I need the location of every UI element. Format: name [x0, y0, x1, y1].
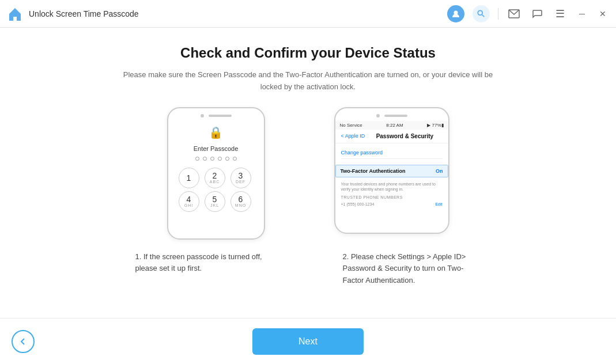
desc-item-2: 2. Please check Settings > Apple ID> Pas… — [343, 251, 481, 287]
page-title: Check and Confirm your Device Status — [180, 45, 436, 61]
battery-text: ▶ 77%▮ — [427, 123, 443, 128]
title-bar-left: Unlock Screen Time Passcode — [7, 6, 447, 22]
phone1-speaker — [201, 114, 232, 117]
illustrations: 🔒 Enter Passcode 1 2ABC 3DEF 4 — [46, 107, 570, 240]
phone2-mockup: No Service 8:22 AM ▶ 77%▮ < Apple ID Pas… — [334, 107, 449, 234]
user-icon[interactable] — [447, 5, 464, 22]
phone1-mockup: 🔒 Enter Passcode 1 2ABC 3DEF 4 — [167, 107, 265, 240]
phone2-speaker — [376, 114, 407, 117]
num-btn-4: 4GHI — [179, 191, 199, 212]
back-label: < Apple ID — [341, 133, 365, 139]
phone1-dot — [201, 114, 204, 117]
page-subtitle: Please make sure the Screen Passcode and… — [112, 69, 504, 93]
change-password-item: Change password — [341, 147, 443, 159]
settings-section: Change password — [335, 143, 448, 162]
search-icon[interactable] — [473, 5, 490, 22]
menu-icon[interactable]: ☰ — [553, 6, 568, 21]
mail-icon[interactable] — [507, 6, 521, 21]
lock-icon: 🔒 — [209, 126, 223, 139]
home-icon — [7, 6, 23, 22]
two-factor-status: On — [436, 168, 443, 174]
trusted-phone-label: TRUSTED PHONE NUMBERS — [335, 194, 448, 200]
phone1-content: 🔒 Enter Passcode 1 2ABC 3DEF 4 — [168, 108, 264, 218]
close-button[interactable]: ✕ — [596, 7, 609, 20]
desc-area: 1. If the screen passcode is turned off,… — [46, 251, 570, 287]
num-btn-1: 1 — [179, 168, 199, 188]
settings-header: < Apple ID Password & Security — [335, 130, 448, 143]
numpad: 1 2ABC 3DEF 4GHI 5JKL 6MNO — [179, 168, 254, 212]
phone-number-placeholder: +1 (555) 000-1234 — [341, 202, 375, 206]
title-bar-right: ☰ ─ ✕ — [447, 5, 609, 22]
passcode-dots — [195, 157, 237, 161]
num-btn-5: 5JKL — [205, 191, 225, 212]
passcode-dot — [233, 157, 237, 161]
phone1-bar — [209, 115, 232, 117]
passcode-dot — [203, 157, 207, 161]
num-btn-6: 6MNO — [230, 191, 251, 212]
phone2-dot — [376, 114, 380, 117]
carrier-text: No Service — [340, 123, 362, 128]
phone1-container: 🔒 Enter Passcode 1 2ABC 3DEF 4 — [167, 107, 265, 240]
num-btn-2: 2ABC — [205, 168, 225, 188]
two-factor-row: Two-Factor Authentication On — [335, 165, 448, 177]
app-title: Unlock Screen Time Passcode — [29, 9, 139, 18]
phone2-status-bar: No Service 8:22 AM ▶ 77%▮ — [335, 121, 448, 130]
passcode-dot — [218, 157, 222, 161]
separator — [498, 8, 498, 20]
title-bar: Unlock Screen Time Passcode ☰ ─ ✕ — [0, 0, 616, 28]
svg-point-1 — [478, 10, 482, 15]
main-content: Check and Confirm your Device Status Ple… — [0, 28, 616, 318]
passcode-dot — [225, 157, 229, 161]
phone2-container: No Service 8:22 AM ▶ 77%▮ < Apple ID Pas… — [334, 107, 449, 240]
two-factor-label: Two-Factor Authentication — [341, 168, 406, 174]
bottom-bar: Next — [0, 318, 616, 364]
time-text: 8:22 AM — [386, 123, 403, 128]
phone2-bar — [384, 115, 407, 117]
svg-line-2 — [482, 14, 485, 17]
two-factor-description: Your trusted devices and phone numbers a… — [335, 180, 448, 195]
desc-item-1: 1. If the screen passcode is turned off,… — [135, 251, 274, 287]
edit-link: Edit — [435, 202, 442, 206]
desc-text-1: 1. If the screen passcode is turned off,… — [135, 251, 274, 275]
back-button[interactable] — [12, 330, 35, 353]
phone2-content: No Service 8:22 AM ▶ 77%▮ < Apple ID Pas… — [335, 121, 448, 208]
chat-icon[interactable] — [530, 6, 545, 21]
minimize-button[interactable]: ─ — [576, 7, 588, 20]
desc-text-2: 2. Please check Settings > Apple ID> Pas… — [343, 251, 481, 287]
passcode-dot — [210, 157, 214, 161]
passcode-dot — [195, 157, 199, 161]
enter-passcode-text: Enter Passcode — [194, 145, 239, 152]
num-btn-3: 3DEF — [230, 168, 251, 188]
next-button[interactable]: Next — [252, 328, 364, 355]
settings-page-title: Password & Security — [367, 133, 442, 139]
edit-row: +1 (555) 000-1234 Edit — [335, 200, 448, 208]
